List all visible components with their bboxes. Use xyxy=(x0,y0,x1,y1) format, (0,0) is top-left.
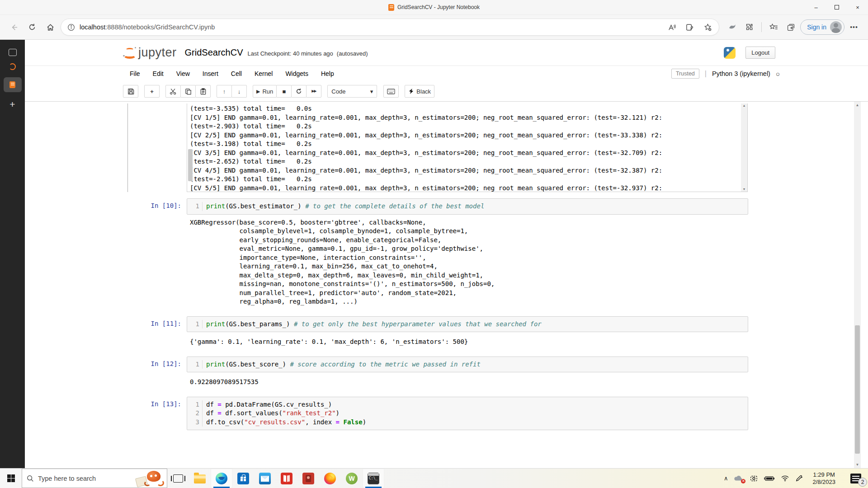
wifi-icon[interactable] xyxy=(781,475,789,482)
command-palette-button[interactable] xyxy=(383,85,399,98)
logout-button[interactable]: Logout xyxy=(745,47,775,59)
edge-icon xyxy=(216,473,227,484)
code-input-13[interactable]: 123 df = pd.DataFrame(GS.cv_results_)df … xyxy=(187,397,748,431)
settings-menu-button[interactable]: ••• xyxy=(846,19,862,35)
menu-cell[interactable]: Cell xyxy=(231,70,242,77)
tab-actions-icon[interactable] xyxy=(9,49,17,56)
paste-cell-button[interactable] xyxy=(195,85,211,98)
code-input-10[interactable]: 1 print(GS.best_estimator_) # to get the… xyxy=(187,198,748,215)
back-button[interactable] xyxy=(6,19,22,35)
favorites-button[interactable] xyxy=(766,19,781,35)
code-text[interactable]: print(GS.best_score_) # score according … xyxy=(203,360,481,369)
w-app-icon: W xyxy=(346,473,358,484)
mail-button[interactable] xyxy=(254,469,276,488)
menu-insert[interactable]: Insert xyxy=(203,70,218,77)
notebook-title[interactable]: GridSearchCV xyxy=(185,47,243,58)
code-cell-12[interactable]: In [12]: 1 print(GS.best_score_) # score… xyxy=(128,357,748,373)
tray-expand-icon[interactable]: ∧ xyxy=(724,475,728,482)
home-button[interactable] xyxy=(42,19,58,35)
code-text[interactable]: print(GS.best_estimator_) # to get the c… xyxy=(203,202,484,211)
battery-icon[interactable] xyxy=(764,475,775,482)
code-cell-13[interactable]: In [13]: 123 df = pd.DataFrame(GS.cv_res… xyxy=(128,397,748,431)
close-button[interactable]: × xyxy=(847,0,868,14)
taskbar-clock[interactable]: 1:29 PM 2/8/2023 xyxy=(809,471,839,486)
books-app-button[interactable] xyxy=(276,469,297,488)
menu-widgets[interactable]: Widgets xyxy=(285,70,308,77)
new-tab-button[interactable]: + xyxy=(9,99,15,109)
save-button[interactable] xyxy=(123,85,138,98)
jupyter-logo[interactable]: jupyter xyxy=(123,46,177,60)
move-cell-up-button[interactable]: ↑ xyxy=(217,85,232,98)
search-icon xyxy=(27,475,34,482)
active-tab-tile[interactable] xyxy=(4,77,22,92)
refresh-button[interactable] xyxy=(24,19,40,35)
add-cell-button[interactable]: + xyxy=(144,85,160,98)
line-numbers: 123 xyxy=(187,400,203,427)
onedrive-error-icon[interactable]: ✕ xyxy=(734,475,744,482)
code-input-12[interactable]: 1 print(GS.best_score_) # score accordin… xyxy=(187,357,748,373)
gridsearch-log-output[interactable]: (test=-3.535) total time= 0.0s[CV 1/5] E… xyxy=(187,103,748,192)
scroll-up-icon[interactable]: ▲ xyxy=(854,103,861,107)
browser-extension-icon[interactable] xyxy=(725,19,740,35)
code-cell-11[interactable]: In [11]: 1 print(GS.best_params_) # to g… xyxy=(128,316,748,333)
cell-type-select[interactable]: Code ▾ xyxy=(327,85,377,98)
menu-help[interactable]: Help xyxy=(321,70,334,77)
interrupt-kernel-button[interactable]: ■ xyxy=(276,85,292,98)
output-scrollbar[interactable]: ▲ ▼ xyxy=(741,103,747,192)
menu-edit[interactable]: Edit xyxy=(153,70,164,77)
screen-cast-icon[interactable] xyxy=(750,475,758,482)
add-favorite-button[interactable] xyxy=(701,20,714,34)
run-button[interactable]: ▶ Run xyxy=(253,85,277,98)
art-tentacle xyxy=(144,481,151,486)
run-icon: ▶ xyxy=(256,89,260,94)
extensions-button[interactable] xyxy=(742,19,757,35)
w-app-button[interactable]: W xyxy=(341,469,363,488)
site-info-icon[interactable] xyxy=(67,23,75,31)
microsoft-store-button[interactable] xyxy=(232,469,254,488)
menu-view[interactable]: View xyxy=(176,70,190,77)
page-scroll-thumb[interactable] xyxy=(855,325,860,454)
sign-in-button[interactable]: Sign in xyxy=(800,19,844,35)
python-logo-icon xyxy=(724,47,736,59)
minimize-button[interactable]: – xyxy=(806,0,826,14)
taskbar-search[interactable]: Type here to search xyxy=(22,469,167,488)
restart-run-all-button[interactable]: ▶▶ xyxy=(306,85,321,98)
address-bar[interactable]: localhost:8888/notebooks/GridSearchCV.ip… xyxy=(61,19,719,36)
action-center-button[interactable]: 2 xyxy=(844,469,868,488)
scroll-down-icon[interactable]: ▼ xyxy=(743,188,746,191)
read-aloud-button[interactable] xyxy=(665,20,678,34)
loading-tab-spinner-icon[interactable] xyxy=(9,63,16,70)
scroll-down-icon[interactable]: ▼ xyxy=(854,463,861,467)
menu-file[interactable]: File xyxy=(130,70,140,77)
move-cell-down-button[interactable]: ↓ xyxy=(231,85,247,98)
code-cell-10[interactable]: In [10]: 1 print(GS.best_estimator_) # t… xyxy=(128,198,748,215)
scroll-up-icon[interactable]: ▲ xyxy=(743,104,746,108)
restart-kernel-button[interactable] xyxy=(291,85,307,98)
menu-kernel[interactable]: Kernel xyxy=(255,70,273,77)
immersive-reader-button[interactable] xyxy=(683,20,696,34)
cut-cell-button[interactable] xyxy=(165,85,181,98)
output-scroll-thumb[interactable] xyxy=(188,149,193,181)
browser-tab[interactable]: GridSearchCV - Jupyter Notebook xyxy=(0,0,868,14)
firefox-button[interactable] xyxy=(319,469,341,488)
start-button[interactable] xyxy=(0,469,22,488)
black-formatter-button[interactable]: Black xyxy=(405,85,434,98)
notebook-scroll-area[interactable]: (test=-3.535) total time= 0.0s[CV 1/5] E… xyxy=(25,102,868,468)
pen-icon[interactable] xyxy=(795,474,803,482)
read-aloud-icon xyxy=(667,23,676,32)
edge-button[interactable] xyxy=(211,469,232,488)
code-text[interactable]: print(GS.best_params_) # to get only the… xyxy=(203,320,542,329)
copy-cell-button[interactable] xyxy=(180,85,196,98)
task-view-button[interactable] xyxy=(167,469,189,488)
collections-button[interactable] xyxy=(783,19,798,35)
books-icon xyxy=(281,473,292,484)
reader-app-button[interactable] xyxy=(297,469,319,488)
code-text[interactable]: df = pd.DataFrame(GS.cv_results_)df = df… xyxy=(203,400,366,427)
page-scrollbar[interactable]: ▲ ▼ xyxy=(854,102,861,468)
maximize-button[interactable] xyxy=(826,0,847,14)
console-button[interactable]: C:\_ xyxy=(363,469,384,488)
favorite-star-icon xyxy=(703,23,712,32)
search-highlight-art[interactable] xyxy=(134,469,167,488)
code-input-11[interactable]: 1 print(GS.best_params_) # to get only t… xyxy=(187,316,748,333)
file-explorer-button[interactable] xyxy=(189,469,211,488)
